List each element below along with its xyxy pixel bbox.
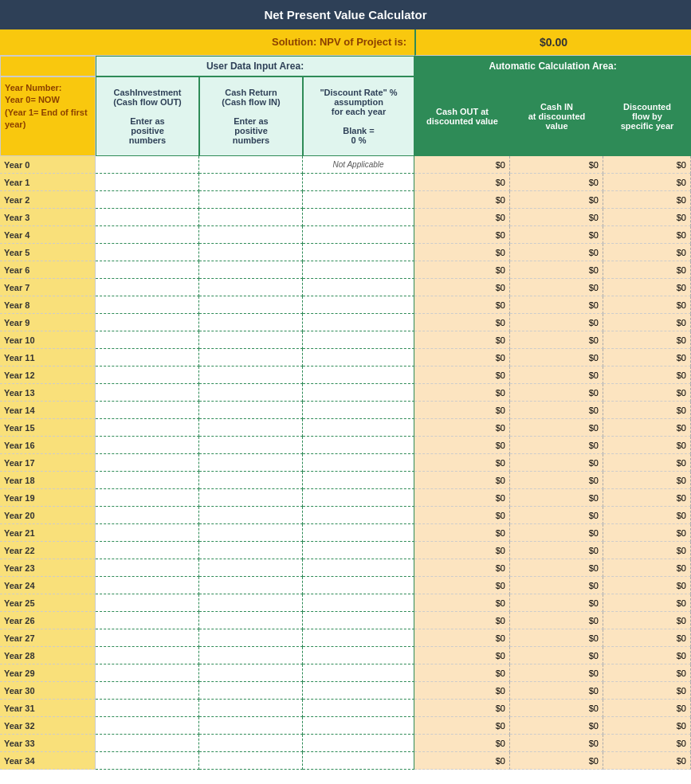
discount-rate-field[interactable]	[307, 265, 410, 275]
cash-investment-field[interactable]	[100, 230, 194, 240]
discount-rate-input[interactable]	[303, 682, 414, 700]
cash-investment-input[interactable]	[96, 524, 199, 542]
discount-rate-input[interactable]	[303, 331, 414, 349]
cash-return-input[interactable]	[199, 752, 303, 770]
discount-rate-input[interactable]	[303, 226, 414, 244]
cash-investment-input[interactable]	[96, 507, 199, 524]
cash-investment-input[interactable]	[96, 664, 199, 682]
cash-investment-input[interactable]	[96, 174, 199, 191]
discount-rate-input[interactable]	[303, 752, 414, 770]
discount-rate-input[interactable]	[303, 244, 414, 261]
cash-return-input[interactable]	[199, 472, 303, 489]
discount-rate-field[interactable]	[307, 756, 410, 766]
cash-investment-input[interactable]	[96, 367, 199, 384]
cash-return-input[interactable]	[199, 682, 303, 700]
cash-investment-field[interactable]	[100, 633, 194, 643]
discount-rate-input[interactable]	[303, 384, 414, 402]
cash-investment-field[interactable]	[100, 248, 194, 257]
cash-return-input[interactable]	[199, 384, 303, 402]
cash-return-field[interactable]	[203, 563, 298, 573]
cash-return-field[interactable]	[203, 704, 298, 713]
cash-investment-field[interactable]	[100, 546, 194, 555]
discount-rate-field[interactable]	[307, 353, 410, 363]
cash-investment-input[interactable]	[96, 156, 199, 174]
cash-return-input[interactable]	[199, 489, 303, 507]
cash-return-field[interactable]	[203, 739, 298, 748]
cash-investment-field[interactable]	[100, 318, 194, 327]
discount-rate-field[interactable]	[307, 370, 410, 380]
discount-rate-field[interactable]	[307, 178, 410, 187]
cash-investment-field[interactable]	[100, 668, 194, 678]
cash-return-input[interactable]	[199, 296, 303, 314]
discount-rate-input[interactable]	[303, 437, 414, 454]
cash-investment-field[interactable]	[100, 511, 194, 520]
cash-return-input[interactable]	[199, 717, 303, 735]
cash-return-input[interactable]	[199, 402, 303, 419]
cash-investment-field[interactable]	[100, 493, 194, 503]
discount-rate-field[interactable]	[307, 406, 410, 415]
cash-investment-input[interactable]	[96, 244, 199, 261]
cash-return-field[interactable]	[203, 546, 298, 555]
cash-investment-field[interactable]	[100, 581, 194, 590]
discount-rate-input[interactable]	[303, 647, 414, 664]
cash-return-input[interactable]	[199, 647, 303, 664]
cash-investment-field[interactable]	[100, 441, 194, 450]
cash-investment-input[interactable]	[96, 279, 199, 296]
discount-rate-field[interactable]	[307, 563, 410, 573]
discount-rate-input[interactable]	[303, 209, 414, 226]
discount-rate-input[interactable]	[303, 489, 414, 507]
cash-return-field[interactable]	[203, 598, 298, 608]
cash-return-input[interactable]	[199, 314, 303, 331]
discount-rate-field[interactable]	[307, 476, 410, 485]
cash-return-field[interactable]	[203, 633, 298, 643]
discount-rate-input[interactable]	[303, 735, 414, 752]
cash-return-field[interactable]	[203, 441, 298, 450]
cash-investment-input[interactable]	[96, 629, 199, 647]
cash-return-input[interactable]	[199, 367, 303, 384]
cash-investment-input[interactable]	[96, 261, 199, 279]
discount-rate-field[interactable]	[307, 388, 410, 398]
cash-investment-input[interactable]	[96, 191, 199, 209]
discount-rate-input[interactable]	[303, 279, 414, 296]
discount-rate-field[interactable]	[307, 213, 410, 222]
cash-investment-field[interactable]	[100, 213, 194, 222]
cash-investment-input[interactable]	[96, 594, 199, 612]
cash-return-input[interactable]	[199, 700, 303, 717]
discount-rate-input[interactable]	[303, 594, 414, 612]
cash-return-input[interactable]	[199, 664, 303, 682]
discount-rate-field[interactable]	[307, 458, 410, 468]
cash-investment-field[interactable]	[100, 563, 194, 573]
discount-rate-field[interactable]	[307, 230, 410, 240]
discount-rate-input[interactable]	[303, 577, 414, 594]
cash-return-input[interactable]	[199, 244, 303, 261]
cash-return-input[interactable]	[199, 507, 303, 524]
cash-investment-field[interactable]	[100, 704, 194, 713]
cash-investment-input[interactable]	[96, 647, 199, 664]
cash-investment-field[interactable]	[100, 265, 194, 275]
discount-rate-input[interactable]	[303, 507, 414, 524]
discount-rate-field[interactable]	[307, 283, 410, 292]
cash-investment-field[interactable]	[100, 423, 194, 433]
cash-return-input[interactable]	[199, 454, 303, 472]
discount-rate-field[interactable]	[307, 318, 410, 327]
cash-return-field[interactable]	[203, 370, 298, 380]
discount-rate-input[interactable]	[303, 629, 414, 647]
discount-rate-input[interactable]	[303, 542, 414, 559]
cash-return-field[interactable]	[203, 686, 298, 696]
discount-rate-input[interactable]	[303, 191, 414, 209]
cash-investment-field[interactable]	[100, 335, 194, 345]
cash-investment-field[interactable]	[100, 353, 194, 363]
discount-rate-field[interactable]	[307, 528, 410, 538]
cash-investment-field[interactable]	[100, 721, 194, 731]
discount-rate-field[interactable]	[307, 633, 410, 643]
discount-rate-field[interactable]	[307, 686, 410, 696]
discount-rate-input[interactable]	[303, 612, 414, 629]
cash-return-input[interactable]	[199, 612, 303, 629]
cash-investment-field[interactable]	[100, 406, 194, 415]
discount-rate-field[interactable]	[307, 598, 410, 608]
cash-investment-input[interactable]	[96, 752, 199, 770]
cash-investment-field[interactable]	[100, 651, 194, 661]
cash-return-field[interactable]	[203, 493, 298, 503]
cash-return-input[interactable]	[199, 437, 303, 454]
cash-return-field[interactable]	[203, 756, 298, 766]
